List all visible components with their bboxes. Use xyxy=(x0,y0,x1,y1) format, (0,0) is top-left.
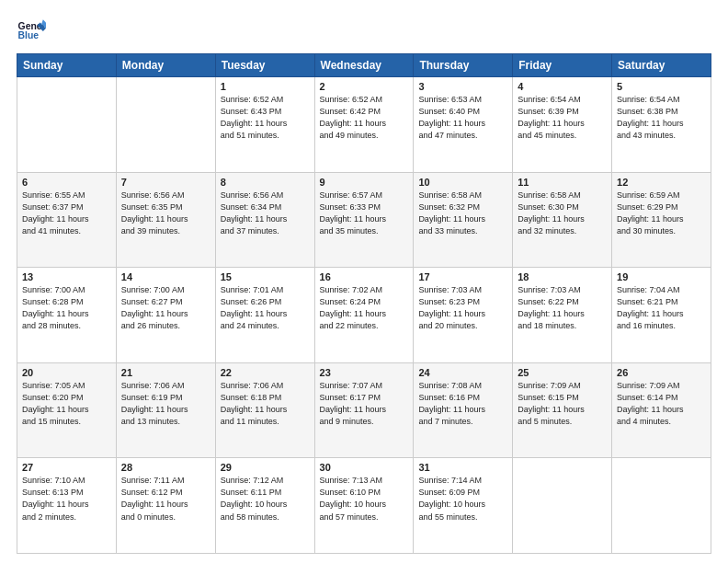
day-number: 17 xyxy=(418,271,507,282)
calendar-cell: 25Sunrise: 7:09 AM Sunset: 6:15 PM Dayli… xyxy=(513,362,612,458)
day-number: 31 xyxy=(418,462,507,473)
day-number: 3 xyxy=(418,81,507,92)
day-info: Sunrise: 7:04 AM Sunset: 6:21 PM Dayligh… xyxy=(617,284,706,332)
day-number: 9 xyxy=(320,177,409,188)
day-info: Sunrise: 6:59 AM Sunset: 6:29 PM Dayligh… xyxy=(617,190,706,237)
page: General Blue SundayMondayTuesdayWednesda… xyxy=(0,0,728,563)
day-number: 5 xyxy=(617,81,706,92)
calendar-cell: 3Sunrise: 6:53 AM Sunset: 6:40 PM Daylig… xyxy=(414,77,513,173)
calendar-cell: 7Sunrise: 6:56 AM Sunset: 6:35 PM Daylig… xyxy=(116,172,215,268)
day-info: Sunrise: 7:09 AM Sunset: 6:15 PM Dayligh… xyxy=(518,380,607,428)
logo: General Blue xyxy=(17,17,46,46)
day-number: 11 xyxy=(518,177,607,188)
calendar-week-5: 27Sunrise: 7:10 AM Sunset: 6:13 PM Dayli… xyxy=(17,458,711,554)
day-info: Sunrise: 7:10 AM Sunset: 6:13 PM Dayligh… xyxy=(22,475,111,523)
calendar-header-row: SundayMondayTuesdayWednesdayThursdayFrid… xyxy=(17,54,711,77)
day-info: Sunrise: 6:52 AM Sunset: 6:43 PM Dayligh… xyxy=(221,94,310,142)
calendar-cell: 12Sunrise: 6:59 AM Sunset: 6:29 PM Dayli… xyxy=(612,172,711,268)
calendar-week-3: 13Sunrise: 7:00 AM Sunset: 6:28 PM Dayli… xyxy=(17,268,711,363)
day-number: 29 xyxy=(221,462,310,473)
day-info: Sunrise: 6:56 AM Sunset: 6:35 PM Dayligh… xyxy=(121,190,210,237)
day-number: 6 xyxy=(22,177,111,188)
day-number: 19 xyxy=(617,271,706,282)
calendar-cell: 11Sunrise: 6:58 AM Sunset: 6:30 PM Dayli… xyxy=(513,172,612,268)
calendar-cell xyxy=(116,77,215,173)
calendar-cell: 13Sunrise: 7:00 AM Sunset: 6:28 PM Dayli… xyxy=(17,268,117,363)
calendar-cell: 6Sunrise: 6:55 AM Sunset: 6:37 PM Daylig… xyxy=(17,172,117,268)
day-number: 12 xyxy=(617,177,706,188)
day-number: 26 xyxy=(617,367,706,378)
day-number: 8 xyxy=(221,177,310,188)
day-info: Sunrise: 7:13 AM Sunset: 6:10 PM Dayligh… xyxy=(320,475,409,523)
svg-text:Blue: Blue xyxy=(18,30,40,40)
day-number: 7 xyxy=(121,177,210,188)
calendar-table: SundayMondayTuesdayWednesdayThursdayFrid… xyxy=(17,53,711,554)
calendar-cell: 5Sunrise: 6:54 AM Sunset: 6:38 PM Daylig… xyxy=(612,77,711,173)
day-number: 16 xyxy=(320,271,409,282)
day-info: Sunrise: 7:06 AM Sunset: 6:18 PM Dayligh… xyxy=(221,380,310,428)
day-number: 15 xyxy=(221,271,310,282)
day-info: Sunrise: 6:57 AM Sunset: 6:33 PM Dayligh… xyxy=(320,190,409,237)
day-info: Sunrise: 6:55 AM Sunset: 6:37 PM Dayligh… xyxy=(22,190,111,237)
day-header-tuesday: Tuesday xyxy=(215,54,314,77)
day-info: Sunrise: 6:58 AM Sunset: 6:30 PM Dayligh… xyxy=(518,190,607,237)
calendar-cell xyxy=(17,77,117,173)
calendar-cell: 2Sunrise: 6:52 AM Sunset: 6:42 PM Daylig… xyxy=(314,77,414,173)
day-number: 23 xyxy=(320,367,409,378)
day-info: Sunrise: 7:08 AM Sunset: 6:16 PM Dayligh… xyxy=(418,380,507,428)
day-info: Sunrise: 7:06 AM Sunset: 6:19 PM Dayligh… xyxy=(121,380,210,428)
calendar-week-4: 20Sunrise: 7:05 AM Sunset: 6:20 PM Dayli… xyxy=(17,362,711,458)
day-info: Sunrise: 7:14 AM Sunset: 6:09 PM Dayligh… xyxy=(418,475,507,523)
calendar-cell: 23Sunrise: 7:07 AM Sunset: 6:17 PM Dayli… xyxy=(314,362,414,458)
calendar-cell: 8Sunrise: 6:56 AM Sunset: 6:34 PM Daylig… xyxy=(215,172,314,268)
calendar-cell: 10Sunrise: 6:58 AM Sunset: 6:32 PM Dayli… xyxy=(414,172,513,268)
calendar-cell: 19Sunrise: 7:04 AM Sunset: 6:21 PM Dayli… xyxy=(612,268,711,363)
day-info: Sunrise: 7:05 AM Sunset: 6:20 PM Dayligh… xyxy=(22,380,111,428)
day-info: Sunrise: 6:58 AM Sunset: 6:32 PM Dayligh… xyxy=(418,190,507,237)
calendar-cell: 27Sunrise: 7:10 AM Sunset: 6:13 PM Dayli… xyxy=(17,458,117,554)
day-info: Sunrise: 6:56 AM Sunset: 6:34 PM Dayligh… xyxy=(221,190,310,237)
day-info: Sunrise: 7:03 AM Sunset: 6:23 PM Dayligh… xyxy=(418,284,507,332)
day-header-saturday: Saturday xyxy=(612,54,711,77)
day-header-wednesday: Wednesday xyxy=(314,54,414,77)
calendar-cell: 20Sunrise: 7:05 AM Sunset: 6:20 PM Dayli… xyxy=(17,362,117,458)
day-number: 14 xyxy=(121,271,210,282)
calendar-cell: 24Sunrise: 7:08 AM Sunset: 6:16 PM Dayli… xyxy=(414,362,513,458)
logo-icon: General Blue xyxy=(17,17,46,46)
day-number: 2 xyxy=(320,81,409,92)
calendar-cell: 31Sunrise: 7:14 AM Sunset: 6:09 PM Dayli… xyxy=(414,458,513,554)
day-number: 10 xyxy=(418,177,507,188)
calendar-cell: 9Sunrise: 6:57 AM Sunset: 6:33 PM Daylig… xyxy=(314,172,414,268)
day-number: 20 xyxy=(22,367,111,378)
calendar-cell xyxy=(513,458,612,554)
calendar-cell: 28Sunrise: 7:11 AM Sunset: 6:12 PM Dayli… xyxy=(116,458,215,554)
day-info: Sunrise: 6:52 AM Sunset: 6:42 PM Dayligh… xyxy=(320,94,409,142)
calendar-cell: 21Sunrise: 7:06 AM Sunset: 6:19 PM Dayli… xyxy=(116,362,215,458)
calendar-cell: 14Sunrise: 7:00 AM Sunset: 6:27 PM Dayli… xyxy=(116,268,215,363)
calendar-cell: 17Sunrise: 7:03 AM Sunset: 6:23 PM Dayli… xyxy=(414,268,513,363)
day-number: 30 xyxy=(320,462,409,473)
calendar-week-2: 6Sunrise: 6:55 AM Sunset: 6:37 PM Daylig… xyxy=(17,172,711,268)
calendar-cell: 18Sunrise: 7:03 AM Sunset: 6:22 PM Dayli… xyxy=(513,268,612,363)
day-number: 24 xyxy=(418,367,507,378)
day-info: Sunrise: 7:03 AM Sunset: 6:22 PM Dayligh… xyxy=(518,284,607,332)
calendar-cell: 15Sunrise: 7:01 AM Sunset: 6:26 PM Dayli… xyxy=(215,268,314,363)
calendar-cell: 16Sunrise: 7:02 AM Sunset: 6:24 PM Dayli… xyxy=(314,268,414,363)
day-number: 21 xyxy=(121,367,210,378)
calendar-cell: 1Sunrise: 6:52 AM Sunset: 6:43 PM Daylig… xyxy=(215,77,314,173)
day-info: Sunrise: 7:01 AM Sunset: 6:26 PM Dayligh… xyxy=(221,284,310,332)
day-info: Sunrise: 7:11 AM Sunset: 6:12 PM Dayligh… xyxy=(121,475,210,523)
day-info: Sunrise: 7:07 AM Sunset: 6:17 PM Dayligh… xyxy=(320,380,409,428)
day-header-sunday: Sunday xyxy=(17,54,117,77)
calendar-week-1: 1Sunrise: 6:52 AM Sunset: 6:43 PM Daylig… xyxy=(17,77,711,173)
day-header-friday: Friday xyxy=(513,54,612,77)
day-info: Sunrise: 7:12 AM Sunset: 6:11 PM Dayligh… xyxy=(221,475,310,523)
day-number: 22 xyxy=(221,367,310,378)
day-info: Sunrise: 7:02 AM Sunset: 6:24 PM Dayligh… xyxy=(320,284,409,332)
day-header-thursday: Thursday xyxy=(414,54,513,77)
day-number: 27 xyxy=(22,462,111,473)
day-number: 18 xyxy=(518,271,607,282)
header: General Blue xyxy=(17,17,711,46)
day-info: Sunrise: 6:53 AM Sunset: 6:40 PM Dayligh… xyxy=(418,94,507,142)
calendar-cell xyxy=(612,458,711,554)
